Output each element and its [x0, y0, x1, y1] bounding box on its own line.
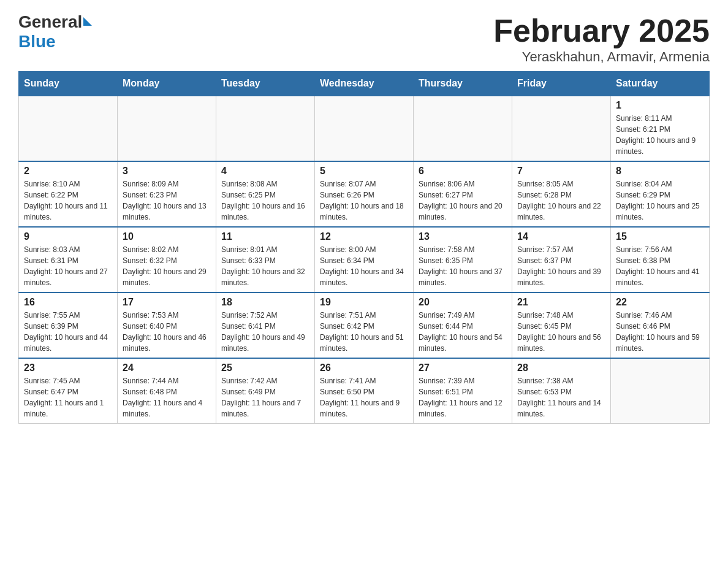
month-title: February 2025: [493, 12, 710, 49]
logo: General Blue: [18, 12, 92, 52]
day-number: 8: [616, 166, 704, 177]
col-thursday: Thursday: [414, 72, 512, 96]
logo-general-text: General: [18, 12, 82, 32]
table-row: 6Sunrise: 8:06 AMSunset: 6:27 PMDaylight…: [414, 161, 512, 227]
table-row: [414, 96, 512, 161]
table-row: 26Sunrise: 7:41 AMSunset: 6:50 PMDayligh…: [315, 358, 414, 424]
day-info: Sunrise: 8:03 AMSunset: 6:31 PMDaylight:…: [24, 244, 112, 288]
table-row: 17Sunrise: 7:53 AMSunset: 6:40 PMDayligh…: [118, 293, 216, 358]
calendar-table: Sunday Monday Tuesday Wednesday Thursday…: [18, 71, 710, 424]
day-info: Sunrise: 7:46 AMSunset: 6:46 PMDaylight:…: [616, 310, 704, 354]
table-row: 13Sunrise: 7:58 AMSunset: 6:35 PMDayligh…: [414, 227, 512, 293]
day-number: 9: [24, 231, 112, 242]
calendar-week-row: 23Sunrise: 7:45 AMSunset: 6:47 PMDayligh…: [19, 358, 710, 424]
table-row: [611, 358, 710, 424]
day-info: Sunrise: 8:08 AMSunset: 6:25 PMDaylight:…: [221, 178, 309, 223]
day-number: 7: [517, 166, 605, 177]
day-info: Sunrise: 7:45 AMSunset: 6:47 PMDaylight:…: [24, 375, 112, 419]
table-row: 11Sunrise: 8:01 AMSunset: 6:33 PMDayligh…: [216, 227, 315, 293]
table-row: 4Sunrise: 8:08 AMSunset: 6:25 PMDaylight…: [216, 161, 315, 227]
day-info: Sunrise: 7:49 AMSunset: 6:44 PMDaylight:…: [419, 310, 507, 354]
table-row: 2Sunrise: 8:10 AMSunset: 6:22 PMDaylight…: [19, 161, 118, 227]
day-number: 10: [123, 231, 211, 242]
day-number: 22: [616, 297, 704, 308]
table-row: 23Sunrise: 7:45 AMSunset: 6:47 PMDayligh…: [19, 358, 118, 424]
day-number: 1: [616, 100, 704, 111]
day-info: Sunrise: 7:57 AMSunset: 6:37 PMDaylight:…: [517, 244, 605, 288]
calendar-week-row: 16Sunrise: 7:55 AMSunset: 6:39 PMDayligh…: [19, 293, 710, 358]
day-number: 21: [517, 297, 605, 308]
location-subtitle: Yeraskhahun, Armavir, Armenia: [493, 49, 710, 65]
day-number: 4: [221, 166, 309, 177]
table-row: 5Sunrise: 8:07 AMSunset: 6:26 PMDaylight…: [315, 161, 414, 227]
calendar-week-row: 2Sunrise: 8:10 AMSunset: 6:22 PMDaylight…: [19, 161, 710, 227]
col-wednesday: Wednesday: [315, 72, 414, 96]
day-info: Sunrise: 7:56 AMSunset: 6:38 PMDaylight:…: [616, 244, 704, 288]
table-row: 19Sunrise: 7:51 AMSunset: 6:42 PMDayligh…: [315, 293, 414, 358]
table-row: 15Sunrise: 7:56 AMSunset: 6:38 PMDayligh…: [611, 227, 710, 293]
day-number: 6: [419, 166, 507, 177]
day-info: Sunrise: 7:52 AMSunset: 6:41 PMDaylight:…: [221, 310, 309, 354]
day-info: Sunrise: 7:44 AMSunset: 6:48 PMDaylight:…: [123, 375, 211, 419]
table-row: 3Sunrise: 8:09 AMSunset: 6:23 PMDaylight…: [118, 161, 216, 227]
table-row: 27Sunrise: 7:39 AMSunset: 6:51 PMDayligh…: [414, 358, 512, 424]
day-number: 11: [221, 231, 309, 242]
table-row: [118, 96, 216, 161]
col-monday: Monday: [118, 72, 216, 96]
table-row: 25Sunrise: 7:42 AMSunset: 6:49 PMDayligh…: [216, 358, 315, 424]
day-info: Sunrise: 8:09 AMSunset: 6:23 PMDaylight:…: [123, 178, 211, 223]
table-row: [512, 96, 611, 161]
table-row: 7Sunrise: 8:05 AMSunset: 6:28 PMDaylight…: [512, 161, 611, 227]
day-number: 12: [320, 231, 408, 242]
col-tuesday: Tuesday: [216, 72, 315, 96]
day-number: 17: [123, 297, 211, 308]
day-number: 15: [616, 231, 704, 242]
table-row: 18Sunrise: 7:52 AMSunset: 6:41 PMDayligh…: [216, 293, 315, 358]
day-info: Sunrise: 7:38 AMSunset: 6:53 PMDaylight:…: [517, 375, 605, 419]
table-row: 20Sunrise: 7:49 AMSunset: 6:44 PMDayligh…: [414, 293, 512, 358]
day-number: 16: [24, 297, 112, 308]
table-row: 22Sunrise: 7:46 AMSunset: 6:46 PMDayligh…: [611, 293, 710, 358]
day-info: Sunrise: 7:39 AMSunset: 6:51 PMDaylight:…: [419, 375, 507, 419]
calendar-week-row: 1Sunrise: 8:11 AMSunset: 6:21 PMDaylight…: [19, 96, 710, 161]
day-info: Sunrise: 8:04 AMSunset: 6:29 PMDaylight:…: [616, 178, 704, 223]
day-number: 27: [419, 362, 507, 373]
day-number: 5: [320, 166, 408, 177]
table-row: [315, 96, 414, 161]
table-row: 8Sunrise: 8:04 AMSunset: 6:29 PMDaylight…: [611, 161, 710, 227]
col-friday: Friday: [512, 72, 611, 96]
day-number: 14: [517, 231, 605, 242]
logo-blue-text: Blue: [18, 32, 56, 52]
day-info: Sunrise: 7:48 AMSunset: 6:45 PMDaylight:…: [517, 310, 605, 354]
calendar-header-row: Sunday Monday Tuesday Wednesday Thursday…: [19, 72, 710, 96]
page-header: General Blue February 2025 Yeraskhahun, …: [18, 12, 710, 65]
table-row: 21Sunrise: 7:48 AMSunset: 6:45 PMDayligh…: [512, 293, 611, 358]
table-row: 24Sunrise: 7:44 AMSunset: 6:48 PMDayligh…: [118, 358, 216, 424]
day-number: 20: [419, 297, 507, 308]
calendar-week-row: 9Sunrise: 8:03 AMSunset: 6:31 PMDaylight…: [19, 227, 710, 293]
day-info: Sunrise: 8:07 AMSunset: 6:26 PMDaylight:…: [320, 178, 408, 223]
day-info: Sunrise: 8:11 AMSunset: 6:21 PMDaylight:…: [616, 113, 704, 157]
table-row: [216, 96, 315, 161]
table-row: 9Sunrise: 8:03 AMSunset: 6:31 PMDaylight…: [19, 227, 118, 293]
day-number: 13: [419, 231, 507, 242]
table-row: 28Sunrise: 7:38 AMSunset: 6:53 PMDayligh…: [512, 358, 611, 424]
day-info: Sunrise: 7:51 AMSunset: 6:42 PMDaylight:…: [320, 310, 408, 354]
day-info: Sunrise: 8:00 AMSunset: 6:34 PMDaylight:…: [320, 244, 408, 288]
table-row: 14Sunrise: 7:57 AMSunset: 6:37 PMDayligh…: [512, 227, 611, 293]
day-info: Sunrise: 8:02 AMSunset: 6:32 PMDaylight:…: [123, 244, 211, 288]
day-info: Sunrise: 7:55 AMSunset: 6:39 PMDaylight:…: [24, 310, 112, 354]
title-block: February 2025 Yeraskhahun, Armavir, Arme…: [493, 12, 710, 65]
day-number: 26: [320, 362, 408, 373]
day-info: Sunrise: 8:05 AMSunset: 6:28 PMDaylight:…: [517, 178, 605, 223]
day-number: 28: [517, 362, 605, 373]
col-sunday: Sunday: [19, 72, 118, 96]
day-info: Sunrise: 7:58 AMSunset: 6:35 PMDaylight:…: [419, 244, 507, 288]
day-number: 25: [221, 362, 309, 373]
table-row: 16Sunrise: 7:55 AMSunset: 6:39 PMDayligh…: [19, 293, 118, 358]
table-row: 12Sunrise: 8:00 AMSunset: 6:34 PMDayligh…: [315, 227, 414, 293]
day-info: Sunrise: 8:01 AMSunset: 6:33 PMDaylight:…: [221, 244, 309, 288]
day-number: 23: [24, 362, 112, 373]
day-number: 18: [221, 297, 309, 308]
col-saturday: Saturday: [611, 72, 710, 96]
